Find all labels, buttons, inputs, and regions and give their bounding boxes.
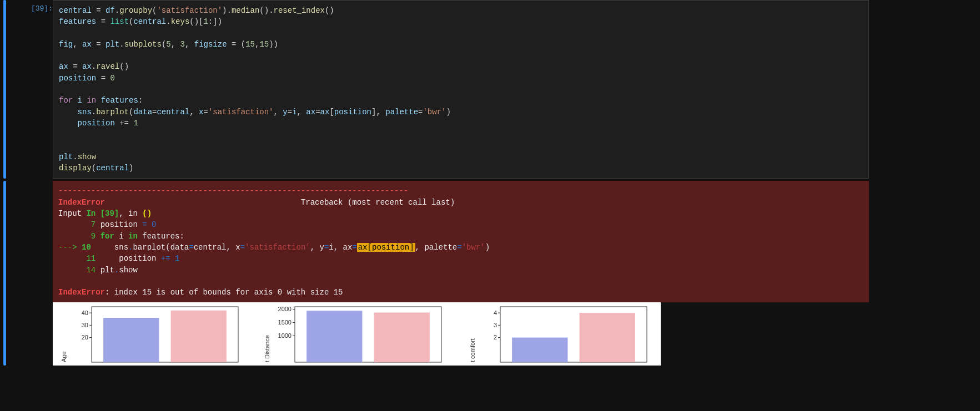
chart-ytick: 1000 xyxy=(273,332,292,339)
chart-ytick: 20 xyxy=(69,334,88,341)
chart-ytick: 3 xyxy=(478,322,497,328)
error-traceback[interactable]: ----------------------------------------… xyxy=(53,181,869,302)
svg-rect-11 xyxy=(374,313,430,363)
chart-ytick: 4 xyxy=(478,309,497,316)
svg-rect-17 xyxy=(580,313,635,363)
chart-ytick: 40 xyxy=(69,309,88,316)
chart-ylabel: t Distance xyxy=(264,336,270,363)
svg-rect-4 xyxy=(103,318,159,362)
chart-ytick: 2000 xyxy=(273,306,292,312)
code-cell: [39]: central = df.groupby('satisfaction… xyxy=(3,0,980,179)
output-charts: Age203040t Distance100015002000t comfort… xyxy=(53,302,661,366)
svg-rect-16 xyxy=(512,338,567,362)
output-gutter xyxy=(14,181,53,366)
chart-ylabel: t comfort xyxy=(469,339,476,363)
svg-rect-10 xyxy=(306,311,362,363)
chart-ytick: 30 xyxy=(69,322,88,328)
cell-exec-count: [39]: xyxy=(14,0,53,179)
chart-ylabel: Age xyxy=(61,352,67,363)
chart-ytick: 2 xyxy=(478,334,497,341)
cell-run-indicator xyxy=(3,0,6,179)
svg-rect-5 xyxy=(171,311,227,362)
output-cell: ----------------------------------------… xyxy=(3,181,980,366)
mini-chart-1: t Distance100015002000 xyxy=(262,305,445,363)
output-run-indicator xyxy=(3,181,6,366)
mini-chart-2: t comfort234 xyxy=(467,305,650,363)
chart-ytick: 1500 xyxy=(273,319,292,326)
mini-chart-0: Age203040 xyxy=(58,305,242,363)
code-editor[interactable]: central = df.groupby('satisfaction').med… xyxy=(53,0,869,179)
